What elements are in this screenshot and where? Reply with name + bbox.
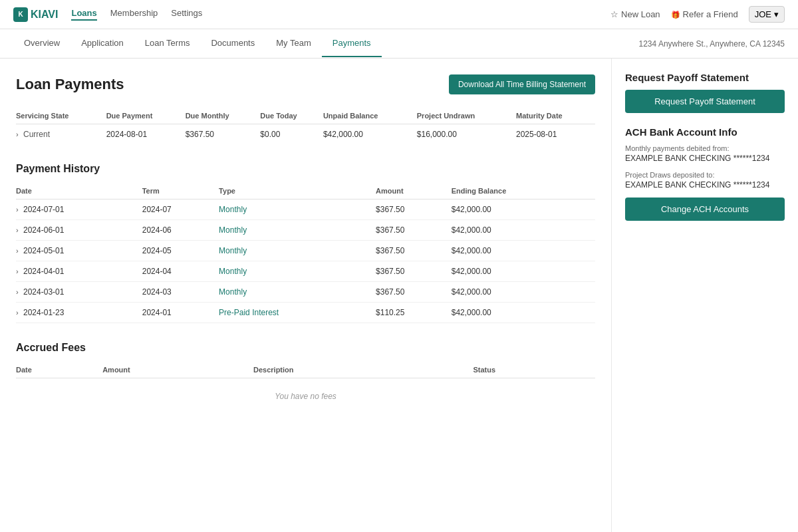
expand-history-row-button[interactable]: › [16,205,19,213]
property-address: 1234 Anywhere St., Anywhere, CA 12345 [639,39,785,49]
history-row: › 2024-05-01 2024-05 Monthly $367.50 $42… [16,241,595,261]
history-amount: $367.50 [376,200,452,220]
new-loan-button[interactable]: New Loan [610,9,660,19]
no-fees-message: You have no fees [16,378,595,415]
history-ending-balance: $42,000.00 [452,282,595,303]
history-row: › 2024-01-23 2024-01 Pre-Paid Interest $… [16,303,595,323]
tab-documents[interactable]: Documents [200,30,265,57]
tab-my-team[interactable]: My Team [265,30,322,57]
col-unpaid-balance: Unpaid Balance [323,108,417,124]
tab-application[interactable]: Application [70,30,134,57]
nav-left: K KIAVI Loans Membership Settings [13,7,202,22]
history-ending-balance: $42,000.00 [452,241,595,261]
expand-history-row-button[interactable]: › [16,288,19,296]
accrued-fees-title: Accrued Fees [16,342,595,354]
history-ending-balance: $42,000.00 [452,220,595,241]
expand-history-row-button[interactable]: › [16,309,19,317]
logo: K KIAVI [13,7,58,22]
history-col-type: Type [219,183,376,200]
history-type[interactable]: Monthly [219,246,247,255]
request-payoff-title: Request Payoff Statement [625,72,785,83]
maturity-date-value: 2025-08-01 [516,124,595,145]
nav-link-settings[interactable]: Settings [171,8,202,21]
user-menu-button[interactable]: JOE [749,6,785,23]
nav-link-loans[interactable]: Loans [71,8,96,21]
nav-link-membership[interactable]: Membership [110,8,158,21]
col-due-payment: Due Payment [106,108,186,124]
history-date: 2024-04-01 [23,267,64,276]
request-payoff-button[interactable]: Request Payoff Statement [625,90,785,113]
accrued-fees-table: Date Amount Description Status You have … [16,362,595,414]
main-layout: Loan Payments Download All Time Billing … [0,59,798,532]
servicing-state-value: Current [23,130,50,139]
project-draws-value: EXAMPLE BANK CHECKING ******1234 [625,180,785,190]
history-col-amount: Amount [376,183,452,200]
page-title: Loan Payments [16,76,124,93]
history-type[interactable]: Monthly [219,225,247,235]
summary-row: › Current 2024-08-01 $367.50 $0.00 $42,0… [16,124,595,145]
history-ending-balance: $42,000.00 [452,303,595,323]
download-billing-button[interactable]: Download All Time Billing Statement [449,74,595,94]
refer-friend-button[interactable]: Refer a Friend [671,9,738,19]
fees-col-status: Status [473,362,595,378]
col-due-today: Due Today [260,108,323,124]
history-col-date: Date [16,183,142,200]
history-term: 2024-05 [142,241,219,261]
gift-icon [671,9,680,19]
fees-col-description: Description [253,362,473,378]
history-type[interactable]: Pre-Paid Interest [219,308,279,317]
history-row: › 2024-07-01 2024-07 Monthly $367.50 $42… [16,200,595,220]
chevron-down-icon [774,9,779,19]
col-maturity-date: Maturity Date [516,108,595,124]
expand-summary-button[interactable]: › [16,130,19,138]
expand-history-row-button[interactable]: › [16,247,19,255]
history-col-term: Term [142,183,219,200]
sub-nav-links: Overview Application Loan Terms Document… [13,30,382,57]
history-term: 2024-07 [142,200,219,220]
due-monthly-value: $367.50 [186,124,261,145]
history-term: 2024-03 [142,282,219,303]
refer-label: Refer a Friend [683,9,738,19]
history-type[interactable]: Monthly [219,267,247,276]
history-row: › 2024-03-01 2024-03 Monthly $367.50 $42… [16,282,595,303]
tab-loan-terms[interactable]: Loan Terms [134,30,201,57]
tab-overview[interactable]: Overview [13,30,70,57]
sub-navigation: Overview Application Loan Terms Document… [0,29,798,59]
history-ending-balance: $42,000.00 [452,261,595,282]
history-date: 2024-07-01 [23,205,64,214]
col-due-monthly: Due Monthly [186,108,261,124]
due-payment-value: 2024-08-01 [106,124,186,145]
due-today-value: $0.00 [260,124,323,145]
tab-payments[interactable]: Payments [322,30,382,57]
sidebar: Request Payoff Statement Request Payoff … [612,59,798,532]
monthly-payments-value: EXAMPLE BANK CHECKING ******1234 [625,154,785,163]
payment-history-table: Date Term Type Amount Ending Balance › 2… [16,183,595,323]
history-type[interactable]: Monthly [219,205,247,214]
history-amount: $367.50 [376,241,452,261]
user-name: JOE [755,9,771,19]
col-servicing-state: Servicing State [16,108,106,124]
history-row: › 2024-04-01 2024-04 Monthly $367.50 $42… [16,261,595,282]
history-date: 2024-05-01 [23,246,64,255]
history-type[interactable]: Monthly [219,287,247,297]
history-date: 2024-06-01 [23,225,64,235]
history-amount: $367.50 [376,220,452,241]
unpaid-balance-value: $42,000.00 [323,124,417,145]
history-amount: $367.50 [376,261,452,282]
expand-history-row-button[interactable]: › [16,267,19,275]
change-ach-button[interactable]: Change ACH Accounts [625,198,785,221]
history-term: 2024-06 [142,220,219,241]
history-row: › 2024-06-01 2024-06 Monthly $367.50 $42… [16,220,595,241]
ach-section-title: ACH Bank Account Info [625,126,785,138]
content-area: Loan Payments Download All Time Billing … [0,59,612,532]
history-ending-balance: $42,000.00 [452,200,595,220]
history-date: 2024-03-01 [23,287,64,297]
fees-col-date: Date [16,362,102,378]
top-navigation: K KIAVI Loans Membership Settings New Lo… [0,0,798,29]
history-date: 2024-01-23 [23,308,64,317]
history-amount: $367.50 [376,282,452,303]
new-loan-label: New Loan [621,9,660,19]
expand-history-row-button[interactable]: › [16,226,19,234]
loan-payments-header: Loan Payments Download All Time Billing … [16,74,595,94]
logo-text: KIAVI [31,9,58,21]
